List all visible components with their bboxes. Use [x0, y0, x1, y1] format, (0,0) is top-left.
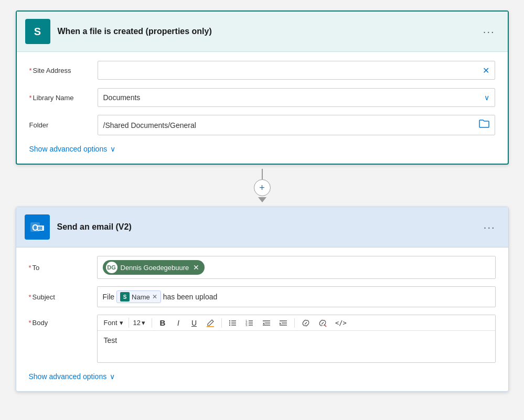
to-input[interactable]: DG Dennis Goedegebuure ✕ [97, 256, 496, 279]
body-label: *Body [29, 315, 97, 327]
subject-label: *Subject [29, 293, 97, 301]
font-selector[interactable]: Font ▾ [102, 318, 125, 328]
add-step-button[interactable]: + [254, 179, 271, 196]
to-row: *To DG Dennis Goedegebuure ✕ [29, 256, 496, 279]
site-address-label: *Site Address [29, 67, 98, 74]
sharepoint-icon: S [25, 19, 50, 44]
svg-marker-24 [280, 322, 281, 325]
svg-marker-20 [263, 322, 264, 325]
subject-token-label: Name [132, 293, 150, 301]
folder-value: /Shared Documents/General [103, 121, 196, 130]
subject-token-sp-icon: S [120, 292, 130, 301]
body-content-area[interactable]: Test [98, 331, 495, 362]
email-chip-dennis: DG Dennis Goedegebuure ✕ [103, 260, 205, 275]
italic-button[interactable]: I [172, 318, 185, 328]
bold-button[interactable]: B [156, 317, 169, 328]
font-size-dropdown-icon: ▾ [142, 319, 145, 327]
code-icon: </> [335, 319, 347, 327]
body-text: Test [104, 336, 117, 344]
to-label: *To [29, 264, 97, 272]
site-address-row: *Site Address ✕ [29, 60, 495, 80]
flow-connector: + [254, 165, 271, 207]
flow-container: S When a file is created (properties onl… [16, 10, 509, 392]
site-address-clear-icon[interactable]: ✕ [483, 66, 489, 76]
highlight-button[interactable] [204, 318, 217, 328]
outlook-icon: O ✉ [25, 214, 50, 240]
subject-token-name: S Name ✕ [116, 290, 161, 303]
card2-menu-button[interactable]: ··· [479, 219, 500, 235]
email-chip-avatar: DG [106, 262, 117, 273]
library-name-chevron-icon[interactable]: ∨ [484, 93, 489, 102]
svg-point-9 [229, 324, 230, 325]
card1-title: When a file is created (properties only) [58, 27, 479, 36]
card2-show-advanced-button[interactable]: Show advanced options ∨ [29, 370, 496, 383]
folder-row: Folder /Shared Documents/General [29, 115, 495, 135]
folder-browse-icon[interactable] [479, 119, 489, 131]
font-name-label: Font [104, 319, 117, 327]
connector-line-top [262, 169, 263, 179]
card2-title: Send an email (V2) [57, 222, 479, 232]
card2-header: O ✉ Send an email (V2) ··· [16, 207, 508, 247]
increase-indent-button[interactable] [276, 318, 290, 328]
subject-input[interactable]: File S Name ✕ has been upload [97, 286, 496, 307]
insert-link-button[interactable] [299, 318, 313, 328]
subject-content: File S Name ✕ has been upload [103, 290, 218, 303]
card1-show-advanced-chevron-icon: ∨ [110, 145, 115, 153]
email-chip-name: Dennis Goedegebuure [121, 264, 189, 272]
font-size-selector[interactable]: 12 ▾ [129, 318, 147, 328]
connector-arrow [258, 197, 266, 202]
card2-show-advanced-label: Show advanced options [29, 372, 107, 381]
library-name-dropdown[interactable]: Documents ∨ [98, 88, 495, 107]
ordered-list-button[interactable]: 1. 2. 3. [243, 318, 256, 328]
body-row: *Body Font ▾ 12 ▾ [29, 315, 496, 363]
card1-body: *Site Address ✕ *Library Name Documents … [17, 52, 508, 164]
font-dropdown-icon: ▾ [120, 319, 123, 327]
card1-menu-button[interactable]: ··· [479, 24, 499, 40]
toolbar-sep-1 [152, 318, 152, 328]
svg-line-25 [325, 325, 326, 327]
code-view-button[interactable]: </> [333, 318, 349, 328]
svg-point-5 [229, 320, 230, 321]
card2-body: *To DG Dennis Goedegebuure ✕ *Subject [16, 247, 508, 391]
library-name-label: *Library Name [29, 94, 98, 102]
subject-suffix: has been upload [163, 293, 218, 301]
folder-label: Folder [29, 121, 98, 129]
svg-text:✉: ✉ [38, 225, 42, 231]
underline-button[interactable]: U [188, 318, 200, 328]
add-step-icon: + [259, 182, 265, 193]
card1-show-advanced-label: Show advanced options [29, 145, 108, 153]
folder-input[interactable]: /Shared Documents/General [98, 115, 495, 135]
body-editor[interactable]: Font ▾ 12 ▾ B [97, 315, 496, 363]
subject-token-close-icon[interactable]: ✕ [152, 293, 157, 300]
font-size-value: 12 [133, 319, 141, 327]
send-email-card: O ✉ Send an email (V2) ··· *To DG [16, 207, 509, 392]
remove-link-button[interactable] [316, 318, 329, 328]
library-name-value: Documents [103, 93, 141, 102]
svg-point-7 [229, 322, 230, 323]
bullet-list-button[interactable] [226, 318, 240, 328]
sharepoint-trigger-card: S When a file is created (properties onl… [16, 10, 509, 165]
card1-show-advanced-button[interactable]: Show advanced options ∨ [29, 143, 495, 155]
toolbar-sep-3 [294, 318, 295, 328]
card1-header: S When a file is created (properties onl… [17, 12, 508, 52]
email-chip-close-icon[interactable]: ✕ [193, 263, 199, 272]
editor-toolbar: Font ▾ 12 ▾ B [98, 315, 495, 331]
site-address-input[interactable]: ✕ [98, 61, 495, 80]
subject-prefix: File [103, 293, 115, 301]
decrease-indent-button[interactable] [260, 318, 273, 328]
toolbar-sep-2 [221, 318, 222, 328]
svg-text:3.: 3. [245, 324, 248, 327]
subject-row: *Subject File S Name ✕ has been upload [29, 286, 496, 307]
library-name-row: *Library Name Documents ∨ [29, 88, 495, 107]
card2-show-advanced-chevron-icon: ∨ [110, 372, 115, 381]
